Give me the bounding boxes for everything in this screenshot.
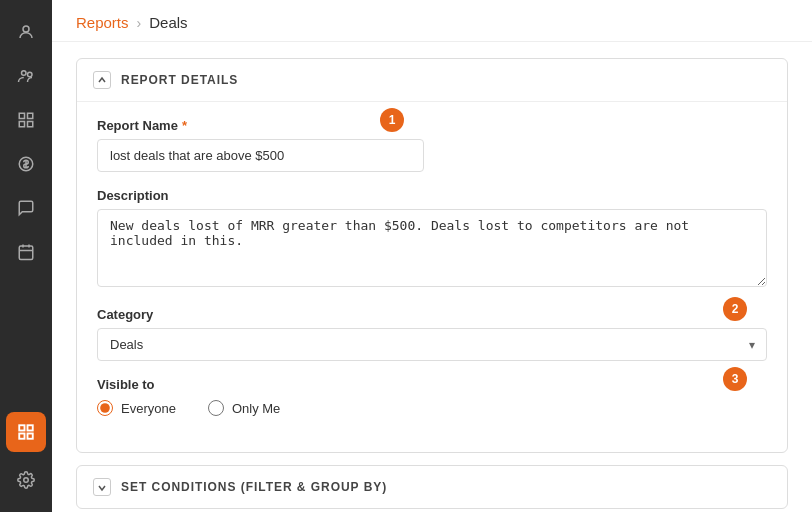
sidebar-item-grid[interactable] [6, 100, 46, 140]
report-name-input[interactable] [97, 139, 424, 172]
svg-rect-4 [28, 113, 33, 118]
set-conditions-chevron-icon [93, 478, 111, 496]
report-details-chevron-icon [93, 71, 111, 89]
svg-rect-13 [28, 425, 33, 430]
report-details-title: REPORT DETAILS [121, 73, 238, 87]
report-name-label: Report Name * [97, 118, 424, 133]
visible-to-group: Visible to Everyone Only Me 3 [97, 377, 767, 416]
svg-point-0 [23, 26, 29, 32]
description-label: Description [97, 188, 767, 203]
sidebar-item-contacts[interactable] [6, 56, 46, 96]
set-conditions-section: SET CONDITIONS (FILTER & GROUP BY) [76, 465, 788, 509]
report-details-section: REPORT DETAILS Report Name * 1 [76, 58, 788, 453]
step-badge-2: 2 [723, 297, 747, 321]
description-group: Description New deals lost of MRR greate… [97, 188, 767, 291]
everyone-radio[interactable] [97, 400, 113, 416]
breadcrumb-separator: › [137, 15, 142, 31]
category-label: Category [97, 307, 767, 322]
svg-point-16 [24, 478, 29, 483]
sidebar-item-chat[interactable] [6, 188, 46, 228]
main-content: Reports › Deals REPORT DETAILS Report Na… [52, 0, 812, 512]
sidebar-item-settings[interactable] [6, 460, 46, 500]
report-details-header[interactable]: REPORT DETAILS [77, 59, 787, 101]
only-me-option[interactable]: Only Me [208, 400, 280, 416]
report-name-group: Report Name * 1 [97, 118, 424, 172]
breadcrumb-current: Deals [149, 14, 187, 31]
svg-point-1 [22, 71, 27, 76]
category-group: Category Deals 2 [97, 307, 767, 361]
sidebar [0, 0, 52, 512]
svg-rect-15 [28, 434, 33, 439]
sidebar-item-user[interactable] [6, 12, 46, 52]
category-select-wrapper: Deals [97, 328, 767, 361]
visible-to-radio-group: Everyone Only Me [97, 400, 767, 416]
svg-rect-14 [19, 434, 24, 439]
breadcrumb-parent[interactable]: Reports [76, 14, 129, 31]
everyone-label: Everyone [121, 401, 176, 416]
svg-rect-5 [19, 122, 24, 127]
step-badge-1: 1 [380, 108, 404, 132]
sidebar-item-calendar[interactable] [6, 232, 46, 272]
report-name-required: * [182, 118, 187, 133]
page-content: REPORT DETAILS Report Name * 1 [52, 42, 812, 512]
set-conditions-title: SET CONDITIONS (FILTER & GROUP BY) [121, 480, 387, 494]
row-name-description: Report Name * 1 [97, 118, 767, 188]
svg-rect-8 [19, 246, 33, 260]
everyone-option[interactable]: Everyone [97, 400, 176, 416]
report-details-body: Report Name * 1 Description New deals lo… [77, 101, 787, 452]
visible-to-label: Visible to [97, 377, 767, 392]
category-select[interactable]: Deals [97, 328, 767, 361]
svg-rect-3 [19, 113, 24, 118]
svg-rect-12 [19, 425, 24, 430]
set-conditions-header[interactable]: SET CONDITIONS (FILTER & GROUP BY) [77, 466, 787, 508]
description-textarea[interactable]: New deals lost of MRR greater than $500.… [97, 209, 767, 287]
svg-rect-6 [28, 122, 33, 127]
svg-point-2 [28, 72, 33, 77]
breadcrumb: Reports › Deals [52, 0, 812, 42]
only-me-label: Only Me [232, 401, 280, 416]
sidebar-item-reports[interactable] [6, 412, 46, 452]
step-badge-3: 3 [723, 367, 747, 391]
sidebar-item-dollar[interactable] [6, 144, 46, 184]
only-me-radio[interactable] [208, 400, 224, 416]
